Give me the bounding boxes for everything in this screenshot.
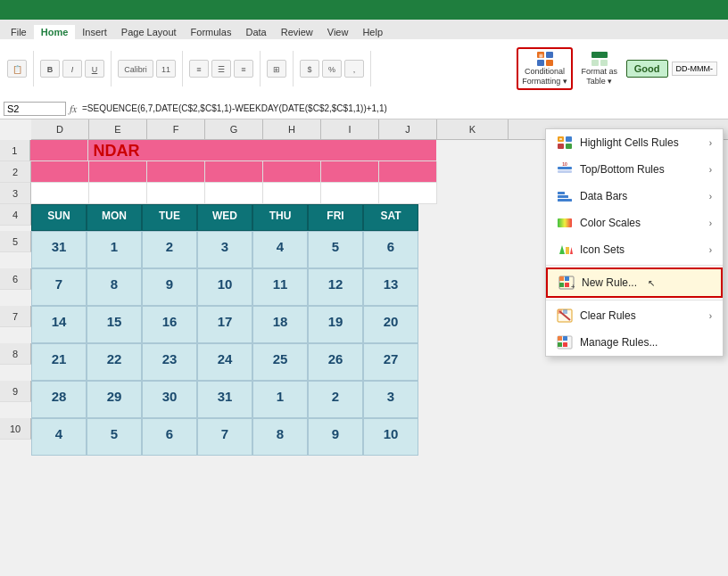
cal-17[interactable]: 17 (197, 306, 252, 343)
name-box[interactable] (4, 102, 66, 116)
cal-18[interactable]: 18 (252, 306, 308, 343)
tab-data[interactable]: Data (238, 25, 273, 39)
cell-j2[interactable] (379, 161, 437, 183)
cal-19[interactable]: 19 (308, 306, 363, 343)
sep3 (182, 51, 183, 86)
cal-3[interactable]: 3 (197, 231, 252, 268)
cell-g3[interactable] (205, 183, 263, 204)
cal-31b[interactable]: 31 (197, 381, 252, 418)
currency-btn[interactable]: $ (300, 60, 319, 78)
cal-1b[interactable]: 1 (252, 381, 308, 418)
font-size-btn[interactable]: 11 (156, 60, 176, 78)
cell-h3[interactable] (263, 183, 321, 204)
italic-btn[interactable]: I (62, 60, 82, 78)
cal-10[interactable]: 10 (197, 268, 252, 306)
percent-btn[interactable]: % (322, 60, 342, 78)
cal-29[interactable]: 29 (87, 381, 142, 418)
cal-31[interactable]: 31 (31, 231, 87, 268)
col-j: J (379, 119, 437, 139)
cal-7[interactable]: 7 (31, 268, 87, 306)
cal-13[interactable]: 13 (363, 268, 418, 306)
clear-rules-label: Clear Rules (580, 309, 636, 322)
cal-9[interactable]: 9 (142, 268, 197, 306)
align-center-btn[interactable]: ☰ (211, 60, 231, 78)
tab-file[interactable]: File (4, 25, 34, 39)
conditional-formatting-button[interactable]: ▦ ConditionalFormatting ▾ (517, 47, 573, 90)
cal-4b[interactable]: 4 (31, 418, 87, 456)
menu-item-manage-rules[interactable]: Manage Rules... (546, 329, 723, 356)
menu-item-highlight-cells[interactable]: Highlight Cells Rules › (546, 129, 723, 156)
cal-7b[interactable]: 7 (197, 418, 252, 456)
cal-6a[interactable]: 6 (363, 231, 418, 268)
cal-25[interactable]: 25 (252, 343, 308, 381)
cell-j3[interactable] (379, 183, 437, 204)
tab-page-layout[interactable]: Page Layout (114, 25, 184, 39)
tab-review[interactable]: Review (274, 25, 320, 39)
align-left-btn[interactable]: ≡ (189, 60, 209, 78)
merge-btn[interactable]: ⊞ (267, 60, 286, 78)
paste-btn[interactable]: 📋 (7, 60, 27, 78)
cal-14[interactable]: 14 (31, 306, 87, 343)
cal-16[interactable]: 16 (142, 306, 197, 343)
cal-11[interactable]: 11 (252, 268, 308, 306)
cell-h2[interactable] (263, 161, 321, 183)
cal-8[interactable]: 8 (87, 268, 142, 306)
cell-ndar[interactable]: NDAR (88, 140, 436, 161)
cell-i2[interactable] (321, 161, 379, 183)
svg-rect-19 (558, 218, 572, 227)
cal-30[interactable]: 30 (142, 381, 197, 418)
cell-d2[interactable] (31, 161, 89, 183)
cal-15[interactable]: 15 (87, 306, 142, 343)
comma-btn[interactable]: , (344, 60, 364, 78)
menu-item-clear-rules[interactable]: Clear Rules › (546, 302, 723, 329)
cal-24[interactable]: 24 (197, 343, 252, 381)
cal-4[interactable]: 4 (252, 231, 308, 268)
cal-9b[interactable]: 9 (308, 418, 363, 456)
cal-3b[interactable]: 3 (363, 381, 418, 418)
cal-20[interactable]: 20 (363, 306, 418, 343)
tab-view[interactable]: View (320, 25, 356, 39)
cal-2a[interactable]: 2 (142, 231, 197, 268)
tab-help[interactable]: Help (355, 25, 390, 39)
cal-27[interactable]: 27 (363, 343, 418, 381)
newrule-icon: + (558, 276, 575, 290)
cell-e3[interactable] (89, 183, 147, 204)
cell-f3[interactable] (147, 183, 205, 204)
svg-rect-17 (558, 195, 568, 198)
cal-10b[interactable]: 10 (363, 418, 418, 456)
cell-d3[interactable] (31, 183, 89, 204)
cal-28[interactable]: 28 (31, 381, 87, 418)
svg-rect-16 (558, 199, 572, 202)
cal-5[interactable]: 5 (308, 231, 363, 268)
menu-item-top-bottom[interactable]: 10 Top/Bottom Rules › (546, 156, 723, 183)
cal-26[interactable]: 26 (308, 343, 363, 381)
cal-8b[interactable]: 8 (252, 418, 308, 456)
bold-btn[interactable]: B (40, 60, 60, 78)
cell-e2[interactable] (89, 161, 147, 183)
tab-insert[interactable]: Insert (75, 25, 114, 39)
cal-2b[interactable]: 2 (308, 381, 363, 418)
cal-22[interactable]: 22 (87, 343, 142, 381)
cell-g2[interactable] (205, 161, 263, 183)
tab-home[interactable]: Home (34, 25, 76, 39)
cal-21[interactable]: 21 (31, 343, 87, 381)
menu-item-color-scales[interactable]: Color Scales › (546, 210, 723, 236)
cell-d1[interactable] (30, 140, 88, 161)
cal-23[interactable]: 23 (142, 343, 197, 381)
cal-12[interactable]: 12 (308, 268, 363, 306)
cal-1a[interactable]: 1 (87, 231, 142, 268)
menu-item-new-rule[interactable]: + New Rule... ↖ (546, 267, 723, 298)
font-name-btn[interactable]: Calibri (118, 60, 153, 78)
align-right-btn[interactable]: ≡ (234, 60, 253, 78)
menu-item-icon-sets[interactable]: Icon Sets › (546, 236, 723, 263)
format-table-button[interactable]: Format asTable ▾ (576, 49, 623, 88)
underline-btn[interactable]: U (85, 60, 104, 78)
cf-label: ConditionalFormatting ▾ (522, 67, 567, 86)
tab-formulas[interactable]: Formulas (184, 25, 239, 39)
cal-6b[interactable]: 6 (142, 418, 197, 456)
cell-f2[interactable] (147, 161, 205, 183)
menu-item-data-bars[interactable]: Data Bars › (546, 183, 723, 210)
cell-i3[interactable] (321, 183, 379, 204)
cal-5b[interactable]: 5 (87, 418, 142, 456)
cal-hd-tue: TUE (142, 204, 197, 231)
